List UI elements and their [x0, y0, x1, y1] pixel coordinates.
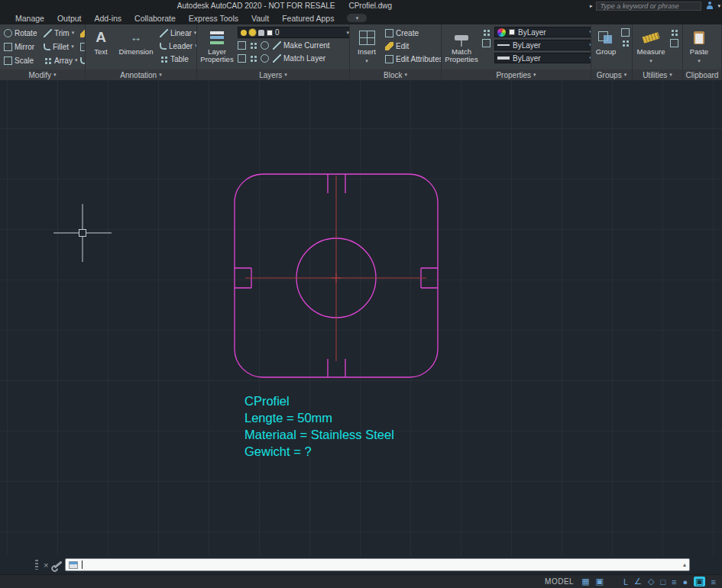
- trim-button[interactable]: Trim▾: [43, 27, 79, 39]
- properties-palette-icon[interactable]: [482, 39, 491, 47]
- panel-label-modify[interactable]: Modify▾: [0, 69, 85, 80]
- create-block-label: Create: [396, 29, 419, 37]
- hardware-acceleration-icon[interactable]: ▣: [694, 577, 704, 586]
- properties-list-icon[interactable]: [482, 28, 491, 37]
- isolate-objects-icon[interactable]: ●: [683, 577, 688, 586]
- command-line-grip[interactable]: [35, 560, 38, 570]
- panel-label-clipboard[interactable]: Clipboard: [683, 69, 721, 80]
- layer-properties-button[interactable]: Layer Properties: [200, 27, 234, 63]
- polar-tracking-icon[interactable]: ∠: [634, 577, 642, 586]
- centerlines[interactable]: [245, 176, 426, 361]
- ribbon-tab-bar: Manage Output Add-ins Collaborate Expres…: [0, 11, 722, 24]
- rotate-button[interactable]: Rotate: [3, 27, 43, 39]
- ortho-icon[interactable]: L: [623, 577, 628, 586]
- edit-block-icon: [385, 42, 393, 50]
- current-layer-name: 0: [275, 28, 280, 37]
- sign-in-user-icon[interactable]: [705, 2, 714, 10]
- layer-dropdown[interactable]: 0 ▾: [238, 27, 350, 38]
- create-block-button[interactable]: Create: [384, 27, 442, 39]
- panel-label-annotation[interactable]: Annotation▾: [86, 69, 196, 80]
- tab-vault[interactable]: Vault: [251, 14, 269, 23]
- customize-icon[interactable]: ≡: [711, 577, 716, 586]
- tab-collaborate[interactable]: Collaborate: [134, 14, 176, 23]
- ribbon-minimize-icon[interactable]: ▾: [347, 14, 367, 22]
- ungroup-icon[interactable]: [621, 28, 630, 37]
- note-line: Lengte = 50mm: [244, 409, 394, 426]
- layer-properties-icon: [210, 31, 224, 44]
- group-edit-icon[interactable]: [621, 39, 630, 47]
- drawing-text-entity[interactable]: CProfiel Lengte = 50mm Materiaal = Stain…: [244, 393, 394, 460]
- model-space-canvas[interactable]: CProfiel Lengte = 50mm Materiaal = Stain…: [0, 80, 722, 556]
- help-search-input[interactable]: [596, 2, 701, 11]
- match-layer-button[interactable]: Match Layer: [272, 52, 326, 64]
- search-flyout-icon[interactable]: ▸: [590, 3, 593, 9]
- tab-add-ins[interactable]: Add-ins: [94, 14, 121, 23]
- panel-label-layers[interactable]: Layers▾: [197, 69, 349, 80]
- panel-label-properties[interactable]: Properties▾: [442, 69, 591, 80]
- make-current-button[interactable]: Make Current: [272, 39, 331, 51]
- linetype-dropdown[interactable]: ByLayer ▾: [494, 40, 591, 50]
- table-button[interactable]: Table: [159, 53, 197, 65]
- isodraft-icon[interactable]: ◇: [648, 577, 654, 586]
- group-button[interactable]: Group: [594, 27, 617, 56]
- titlebar-menu-arrow-icon[interactable]: ▾: [717, 3, 720, 9]
- snap-icon[interactable]: ▣: [596, 577, 604, 586]
- id-point-icon[interactable]: [670, 39, 678, 47]
- mirror-button[interactable]: Mirror: [3, 40, 43, 53]
- leader-button[interactable]: Leader▾: [159, 40, 197, 52]
- layer-merge-icon[interactable]: [261, 54, 269, 63]
- layer-walk-icon[interactable]: [249, 54, 257, 63]
- text-icon: A: [96, 30, 106, 45]
- erase-button[interactable]: [79, 27, 86, 39]
- lineweight-icon[interactable]: ≡: [672, 577, 676, 586]
- table-icon: [160, 55, 168, 63]
- leader-label: Leader: [169, 42, 193, 50]
- paste-icon: [694, 31, 704, 44]
- edit-block-button[interactable]: Edit: [384, 40, 442, 52]
- measure-button[interactable]: Measure ▾: [636, 27, 666, 65]
- layer-unisolate-icon[interactable]: [238, 54, 246, 63]
- make-current-label: Make Current: [283, 41, 330, 50]
- scale-button[interactable]: Scale: [3, 54, 43, 66]
- insert-button[interactable]: Insert ▾: [353, 27, 380, 65]
- model-space-toggle[interactable]: MODEL: [545, 577, 574, 586]
- panel-label-utilities[interactable]: Utilities▾: [633, 69, 682, 80]
- insert-label: Insert: [358, 48, 376, 56]
- edit-attributes-button[interactable]: Edit Attributes▾: [384, 53, 442, 65]
- layer-isolate-icon[interactable]: [249, 41, 257, 50]
- dropdown-arrow-icon: ▾: [346, 30, 349, 36]
- grid-icon[interactable]: ▦: [581, 577, 589, 586]
- explode-button[interactable]: [79, 40, 86, 53]
- tab-featured-apps[interactable]: Featured Apps: [282, 14, 334, 23]
- panel-expand-icon: ▾: [159, 72, 162, 78]
- tab-express-tools[interactable]: Express Tools: [189, 14, 238, 23]
- panel-expand-icon: ▾: [533, 72, 536, 78]
- layer-off-icon[interactable]: [238, 41, 246, 50]
- array-button[interactable]: Array▾: [43, 54, 79, 66]
- command-input[interactable]: ▴: [65, 558, 690, 571]
- text-button[interactable]: A Text: [89, 27, 113, 56]
- panel-label-groups[interactable]: Groups▾: [591, 69, 632, 80]
- tab-manage[interactable]: Manage: [15, 14, 44, 23]
- dropdown-arrow-icon: ▾: [698, 57, 701, 65]
- customize-wrench-icon[interactable]: [54, 561, 63, 568]
- panel-label-block[interactable]: Block▾: [350, 69, 441, 80]
- app-title: Autodesk AutoCAD 2020 - NOT FOR RESALE: [177, 2, 335, 10]
- lineweight-dropdown[interactable]: ByLayer ▾: [494, 53, 591, 63]
- quick-calc-icon[interactable]: [670, 28, 678, 37]
- dimension-button[interactable]: ↔ Dimension: [117, 27, 155, 56]
- object-snap-icon[interactable]: □: [660, 577, 665, 586]
- match-properties-button[interactable]: Match Properties: [445, 27, 478, 63]
- paste-button[interactable]: Paste ▾: [686, 27, 712, 65]
- fillet-button[interactable]: Fillet▾: [43, 40, 79, 53]
- command-close-icon[interactable]: ×: [44, 561, 48, 570]
- dropdown-arrow-icon: ▾: [75, 57, 78, 63]
- object-color-dropdown[interactable]: ByLayer ▾: [494, 27, 591, 37]
- make-current-icon: [273, 41, 281, 50]
- offset-button[interactable]: [79, 54, 86, 66]
- tab-output[interactable]: Output: [57, 14, 82, 23]
- layer-freeze-icon[interactable]: [261, 41, 269, 50]
- mirror-icon: [4, 43, 12, 51]
- command-history-icon[interactable]: ▴: [683, 561, 686, 568]
- linear-button[interactable]: Linear▾: [159, 27, 197, 39]
